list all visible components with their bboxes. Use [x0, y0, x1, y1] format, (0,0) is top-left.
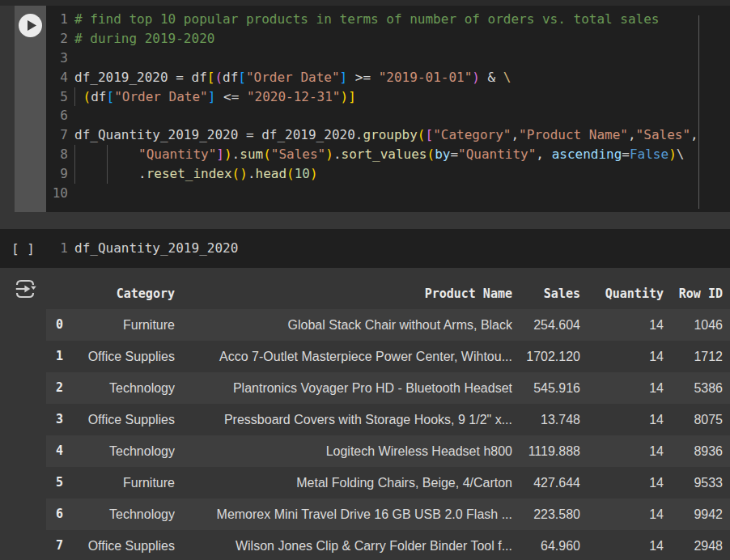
code-token: ,: [536, 146, 551, 162]
code-token: "Sales": [271, 146, 325, 162]
code-token: ,: [511, 127, 519, 142]
code-token: # find top 10 popular products in terms …: [74, 11, 659, 27]
code-cell-2[interactable]: [ ] 1df_Quantity_2019_2020: [0, 229, 730, 268]
header-product-name: Product Name: [175, 278, 512, 309]
cell-category: Technology: [73, 498, 175, 530]
code-token: # during 2019-2020: [74, 31, 214, 46]
output-presentation-button[interactable]: [13, 277, 37, 301]
cell-sales: 545.916: [512, 372, 580, 404]
dataframe-output-table: Category Product Name Sales Quantity Row…: [46, 278, 730, 560]
execution-prompt: [ ]: [0, 241, 46, 257]
code-token: =: [450, 146, 458, 162]
line-number: 5: [46, 87, 68, 107]
cell-product-name: Logitech Wireless Headset h800: [175, 435, 512, 467]
cell-category: Furniture: [73, 467, 175, 498]
cell-product-name: Pressboard Covers with Storage Hooks, 9 …: [175, 404, 512, 435]
table-row: 4TechnologyLogitech Wireless Headset h80…: [46, 435, 730, 467]
code-token: "Sales": [636, 127, 690, 142]
code-token: ]: [348, 89, 356, 104]
header-quantity: Quantity: [580, 278, 664, 309]
play-icon: [19, 14, 42, 37]
code-token: (): [232, 166, 248, 181]
cell-category: Technology: [73, 372, 175, 404]
code-token: \: [503, 70, 511, 85]
table-row: 7Office SuppliesWilson Jones Clip & Carr…: [46, 530, 730, 560]
code-token: "Order Date": [246, 70, 340, 85]
cell-index: 4: [46, 435, 73, 467]
code-token: "Order Date": [114, 89, 208, 104]
line-number: 2: [46, 29, 68, 49]
code-cell-1: 1# find top 10 popular products in terms…: [15, 6, 730, 212]
cell-category: Technology: [73, 435, 175, 467]
cell-product-name: Memorex Mini Travel Drive 16 GB USB 2.0 …: [175, 498, 512, 530]
line-number: 4: [46, 68, 68, 87]
code-token: "2020-12-31": [247, 89, 341, 104]
code-line: 7df_Quantity_2019_2020 = df_2019_2020.gr…: [46, 125, 730, 145]
table-row: 5FurnitureMetal Folding Chairs, Beige, 4…: [46, 467, 730, 498]
code-token: ): [341, 89, 349, 104]
cell-product-name: Metal Folding Chairs, Beige, 4/Carton: [175, 467, 512, 498]
cell-row-id: 1046: [664, 309, 723, 341]
code-line: 2# during 2019-2020: [46, 29, 730, 49]
code-token: (: [83, 89, 91, 104]
cell-product-name: Wilson Jones Clip & Carry Folder Binder …: [175, 530, 512, 560]
cell-quantity: 14: [580, 404, 664, 435]
cell-product-name: Plantronics Voyager Pro HD - Bluetooth H…: [175, 372, 512, 404]
run-cell-button[interactable]: [19, 14, 42, 37]
cell-index: 0: [46, 309, 73, 341]
code-editor[interactable]: 1# find top 10 popular products in terms…: [46, 6, 730, 212]
table-row: 2TechnologyPlantronics Voyager Pro HD - …: [46, 372, 730, 404]
code-token: [: [207, 70, 215, 85]
code-token: by: [435, 146, 450, 162]
cell-index: 7: [46, 530, 73, 560]
code-token: False: [630, 146, 668, 162]
code-token: .: [248, 166, 256, 181]
code-token: [: [238, 70, 246, 85]
code-line: 8"Quantity"]).sum("Sales").sort_values(b…: [46, 145, 730, 164]
code-token: df_Quantity_2019_2020: [74, 240, 238, 256]
line-number: 7: [46, 125, 68, 145]
code-token: .: [138, 166, 146, 181]
code-token: df: [91, 89, 106, 104]
code-line: 5(df["Order Date"] <= "2020-12-31")]: [46, 87, 730, 107]
code-token: &: [480, 70, 503, 85]
code-token: ]: [216, 146, 224, 162]
cell-quantity: 14: [580, 530, 664, 560]
code-token: (: [286, 166, 295, 181]
code-token: reset_index: [146, 166, 232, 181]
code-token: .: [232, 146, 240, 162]
code-token: df_Quantity_2019_2020 = df_2019_2020.: [74, 127, 363, 142]
code-token: =: [622, 146, 630, 162]
cell-category: Furniture: [73, 309, 175, 341]
code-token: (: [214, 70, 223, 85]
table-row: 3Office SuppliesPressboard Covers with S…: [46, 404, 730, 435]
header-index: [46, 278, 73, 309]
cell-index: 5: [46, 467, 73, 498]
line-number: 10: [46, 184, 68, 203]
notebook-top-strip: [0, 0, 730, 6]
code-token: sum: [240, 146, 263, 162]
cell-row-id: 1712: [664, 341, 723, 372]
editor-ruler: [698, 15, 699, 209]
cell-row-id: 8936: [664, 435, 723, 467]
code-line: 1df_Quantity_2019_2020: [46, 239, 730, 258]
cell-product-name: Acco 7-Outlet Masterpiece Power Center, …: [175, 341, 512, 372]
cell-quantity: 14: [580, 341, 664, 372]
cell-category: Office Supplies: [73, 530, 175, 560]
code-token: head: [256, 166, 287, 181]
code-token: ): [472, 70, 480, 85]
code-token: ): [224, 146, 232, 162]
indent-guide: [74, 164, 107, 184]
cell-sales: 254.604: [512, 309, 580, 341]
code-token: "Product Name": [519, 127, 628, 142]
code-token: ascending: [552, 146, 622, 162]
code-token: "2019-01-01": [379, 70, 473, 85]
cell-sales: 1119.888: [512, 435, 580, 467]
table-row: 1Office SuppliesAcco 7-Outlet Masterpiec…: [46, 341, 730, 372]
line-number: 1: [46, 10, 68, 29]
indent-guide: [107, 164, 139, 184]
code-token: "Quantity": [138, 146, 216, 162]
code-line: 3: [46, 49, 730, 68]
code-token: >=: [347, 70, 379, 85]
cell-category: Office Supplies: [73, 341, 175, 372]
